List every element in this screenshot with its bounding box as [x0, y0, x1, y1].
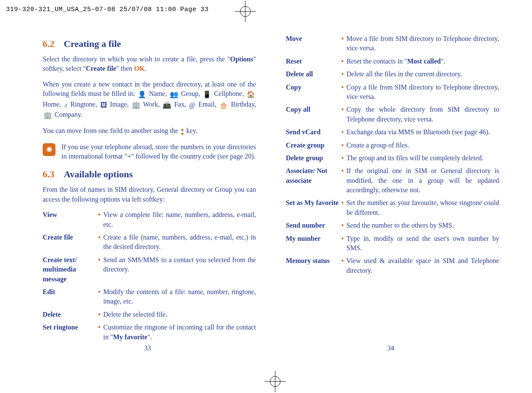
text: ".	[441, 58, 445, 65]
option-desc: Delete the selected file.	[103, 310, 256, 319]
option-view: View • View a complete file: name, numbe…	[43, 210, 256, 229]
options-label: Options	[230, 55, 253, 63]
option-memory-status: Memory status • View used & available sp…	[286, 256, 499, 275]
ringtone-icon: ♪	[64, 101, 67, 110]
print-header: 319-320-321_UM_USA_25-07-08 25/07/08 11:…	[6, 6, 209, 13]
option-label: Delete all	[286, 69, 341, 79]
option-desc: Set the number as your favourite, whose …	[346, 198, 499, 217]
image-icon: 🖼	[100, 101, 107, 110]
section-number: 6.3	[43, 169, 55, 179]
tip-note: ✺ If you use your telephone abroad, stor…	[43, 142, 256, 162]
options-table-left: View • View a complete file: name, numbe…	[43, 210, 256, 342]
option-desc: View used & available space in SIM and T…	[346, 256, 499, 275]
option-send-number: Send number • Send the number to the oth…	[286, 221, 499, 230]
option-create-file: Create file • Create a file (name, numbe…	[43, 233, 256, 252]
text: ".	[147, 333, 152, 341]
bullet-icon: •	[341, 221, 346, 230]
option-desc: The group and its files will be complete…	[346, 153, 499, 163]
option-label: Move	[286, 34, 341, 53]
option-create-text: Create text/ multimedia message • Send a…	[43, 255, 256, 284]
option-desc: Modify the contents of a file: name, num…	[103, 287, 256, 306]
field-name: Name,	[149, 90, 167, 97]
text: " then	[116, 65, 134, 72]
options-table-right: Move • Move a file from SIM directory to…	[286, 34, 499, 275]
left-column: 6.2Creating a file Select the directory …	[34, 34, 265, 345]
text: key.	[185, 127, 198, 134]
birthday-icon: 🎂	[219, 101, 228, 110]
field-ringtone: Ringtone,	[70, 101, 97, 108]
section-number: 6.2	[43, 38, 55, 49]
crop-mark-top	[235, 1, 256, 22]
option-desc: Create a group of files.	[346, 141, 499, 150]
section-6-2-title: 6.2Creating a file	[43, 38, 256, 49]
field-group: Group,	[181, 90, 200, 97]
option-label: Create text/ multimedia message	[43, 255, 98, 284]
bullet-icon: •	[98, 233, 103, 252]
option-label: Send number	[286, 221, 341, 230]
option-desc: Delete all the files in the current dire…	[346, 69, 499, 79]
option-my-number: My number • Type in, modify or send the …	[286, 234, 499, 253]
option-label: Create group	[286, 141, 341, 150]
text: Select the directory in which you wish t…	[43, 55, 230, 63]
field-image: Image,	[110, 101, 129, 108]
bullet-icon: •	[98, 310, 103, 319]
section-name: Available options	[64, 169, 133, 179]
work-icon: 🏢	[132, 101, 140, 110]
para-options-intro: From the list of names in SIM directory,…	[43, 185, 256, 204]
option-create-group: Create group • Create a group of files.	[286, 141, 499, 150]
option-label: Create file	[43, 233, 98, 252]
cellphone-icon: 📱	[203, 90, 211, 99]
option-desc: Send an SMS/MMS to a contact you selecte…	[103, 255, 256, 284]
option-desc: Reset the contacts in "Most called".	[346, 57, 499, 66]
my-favorite-label: My favorite	[113, 333, 147, 341]
option-label: View	[43, 210, 98, 229]
option-copy-all: Copy all • Copy the whole directory from…	[286, 105, 499, 124]
bullet-icon: •	[341, 57, 346, 66]
page-content: 6.2Creating a file Select the directory …	[0, 34, 532, 345]
option-label: Copy all	[286, 105, 341, 124]
bullet-icon: •	[98, 210, 103, 229]
option-desc: Create a file (name, numbers, address, e…	[103, 233, 256, 252]
option-move: Move • Move a file from SIM directory to…	[286, 34, 499, 53]
field-fax: Fax,	[174, 101, 186, 108]
para-select-directory: Select the directory in which you wish t…	[43, 55, 256, 74]
option-desc: If the original one in SIM or General di…	[346, 166, 499, 195]
arrow-key-icon: ▲▼	[180, 127, 185, 136]
option-desc: Copy the whole directory from SIM direct…	[346, 105, 499, 124]
bullet-icon: •	[341, 83, 346, 102]
option-desc: Move a file from SIM directory to Teleph…	[346, 34, 499, 53]
option-label: Set as My favorite	[286, 198, 341, 217]
ok-label: OK	[134, 65, 145, 72]
company-icon: 🏢	[44, 111, 52, 120]
option-desc: Customize the ringtone of incoming call …	[103, 323, 256, 342]
option-delete: Delete • Delete the selected file.	[43, 310, 256, 319]
right-column: Move • Move a file from SIM directory to…	[277, 34, 508, 345]
bullet-icon: •	[341, 166, 346, 195]
bullet-icon: •	[341, 234, 346, 253]
bullet-icon: •	[341, 127, 346, 137]
bullet-icon: •	[98, 287, 103, 306]
page-number-right: 34	[387, 344, 394, 352]
option-label: Delete group	[286, 153, 341, 163]
bullet-icon: •	[341, 69, 346, 79]
crop-mark-bottom	[265, 371, 286, 392]
bullet-icon: •	[341, 153, 346, 163]
text: You can move from one field to another u…	[43, 127, 180, 134]
field-email: Email,	[198, 101, 216, 108]
option-label: Reset	[286, 57, 341, 66]
option-desc: Copy a file from SIM directory to Teleph…	[346, 83, 499, 102]
field-company: Company.	[55, 111, 82, 118]
option-delete-all: Delete all • Delete all the files in the…	[286, 69, 499, 79]
field-birthday: Birthday,	[231, 101, 256, 108]
email-icon: @	[189, 101, 195, 110]
option-set-ringtone: Set ringtone • Customize the ringtone of…	[43, 323, 256, 342]
bullet-icon: •	[98, 255, 103, 284]
bullet-icon: •	[98, 323, 103, 342]
option-send-vcard: Send vCard • Exchange data via MMS or Bl…	[286, 127, 499, 137]
option-label: Send vCard	[286, 127, 341, 137]
section-name: Creating a file	[64, 38, 121, 49]
text: Reset the contacts in "	[346, 58, 407, 65]
option-label: Memory status	[286, 256, 341, 275]
section-6-3-title: 6.3Available options	[43, 169, 256, 180]
page-number-left: 33	[144, 344, 151, 352]
